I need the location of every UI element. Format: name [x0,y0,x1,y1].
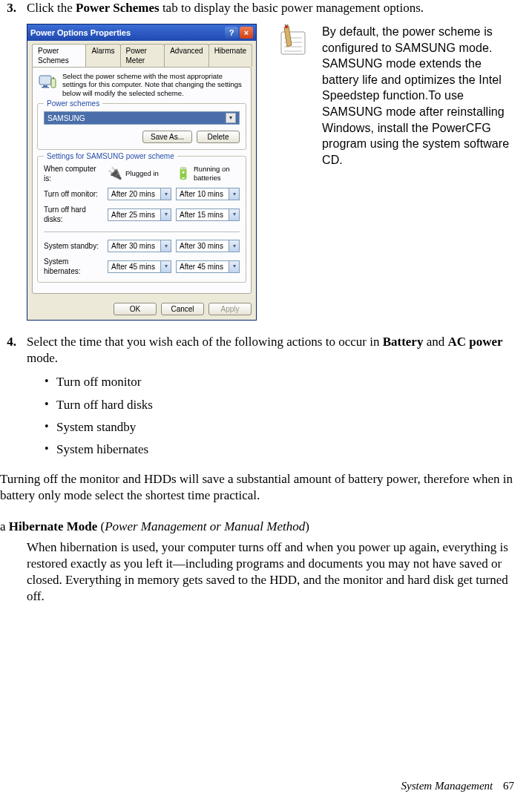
tab-name-bold: Power Schemes [76,1,160,15]
hibernate-plugged-select[interactable]: After 45 mins▾ [108,260,171,273]
apply-button[interactable]: Apply [208,303,252,315]
text: Select the time that you wish each of th… [27,335,383,349]
value: After 15 mins [180,210,223,220]
chevron-down-icon: ▾ [229,209,239,220]
svg-rect-4 [53,77,54,79]
step-number: 4. [0,334,16,350]
help-button[interactable]: ? [225,27,238,39]
when-label: When computer is: [44,164,103,183]
value: After 10 mins [180,189,223,199]
action-bullets: Turn off monitor Turn off hard disks Sys… [40,374,514,457]
close-button[interactable]: × [240,27,253,39]
standby-plugged-select[interactable]: After 30 mins▾ [108,240,171,252]
battery-icon: 🔋 [176,166,191,182]
divider [44,231,240,232]
scheme-select[interactable]: SAMSUNG ▾ [44,111,240,125]
settings-group: Settings for SAMSUNG power scheme When c… [37,156,246,283]
tab-strip: Power Schemes Alarms Power Meter Advance… [27,41,256,67]
tab-power-meter[interactable]: Power Meter [120,44,165,67]
note-text: By default, the power scheme is configur… [322,24,514,168]
chevron-down-icon: ▾ [229,240,239,252]
settings-grid: When computer is: 🔌 Plugged in 🔋 Running… [44,164,240,276]
value: After 20 mins [111,189,155,199]
label: Plugged in [125,169,159,178]
text: Click the [27,1,76,15]
bold: Hibernate Mode [9,519,101,533]
row-label: System hibernates: [44,257,103,276]
step-text: Click the Power Schemes tab to display t… [27,0,514,16]
monitor-battery-select[interactable]: After 10 mins▾ [176,188,240,200]
scheme-value: SAMSUNG [47,114,85,123]
tab-power-schemes[interactable]: Power Schemes [32,44,86,67]
chevron-down-icon: ▾ [160,261,171,272]
save-as-button[interactable]: Save As... [142,131,192,143]
chevron-down-icon: ▾ [229,188,239,200]
value: After 30 mins [180,241,223,251]
ok-button[interactable]: OK [114,303,157,315]
hibernate-battery-select[interactable]: After 45 mins▾ [176,260,240,273]
row-label: System standby: [44,241,103,251]
monitor-plugged-select[interactable]: After 20 mins▾ [108,188,171,200]
list-item: Turn off monitor [40,374,514,390]
power-options-dialog: Power Options Properties ? × Power Schem… [27,24,257,321]
text: tab to display the basic power managemen… [160,1,424,15]
hibernate-body: When hibernation is used, your computer … [27,539,514,605]
groupbox-title: Settings for SAMSUNG power scheme [44,151,177,161]
plug-icon: 🔌 [108,166,122,182]
standby-battery-select[interactable]: After 30 mins▾ [176,240,240,252]
row-label: Turn off monitor: [44,189,103,199]
list-item: System hibernates [40,441,514,458]
page-footer: System Management 67 [401,779,514,794]
step-4: 4. Select the time that you wish each of… [0,334,514,367]
titlebar: Power Options Properties ? × [27,24,256,41]
description-text: Select the power scheme with the most ap… [62,72,246,97]
value: After 45 mins [111,262,155,272]
tab-hibernate[interactable]: Hibernate [208,44,252,67]
list-item: System standby [40,419,514,436]
value: After 25 mins [111,210,155,220]
tab-body: Select the power scheme with the most ap… [32,67,252,294]
note: By default, the power scheme is configur… [276,24,514,168]
svg-rect-2 [42,87,49,88]
list-item: Turn off hard disks [40,397,514,413]
hibernate-heading: a Hibernate Mode (Power Management or Ma… [0,519,514,535]
battery-monitor-icon [37,72,58,93]
text: and [423,335,447,349]
figure-row: Power Options Properties ? × Power Schem… [27,24,514,321]
disks-plugged-select[interactable]: After 25 mins▾ [108,208,171,221]
power-schemes-group: Power schemes SAMSUNG ▾ Save As... Delet… [37,103,246,150]
chevron-down-icon: ▾ [229,261,239,272]
tab-advanced[interactable]: Advanced [164,44,208,67]
cancel-button[interactable]: Cancel [161,303,204,315]
col-plugged: 🔌 Plugged in [108,166,171,182]
col-battery: 🔋 Running on batteries [176,165,240,183]
delete-button[interactable]: Delete [197,131,240,143]
chevron-down-icon: ▾ [160,209,171,220]
svg-rect-1 [43,85,47,87]
svg-rect-3 [51,79,56,88]
paragraph: Turning off the monitor and HDDs will sa… [0,471,514,504]
chevron-down-icon: ▾ [160,188,171,200]
label: Running on batteries [194,165,240,183]
page-number: 67 [503,780,514,792]
dialog-footer: OK Cancel Apply [27,298,256,320]
section-name: System Management [401,780,493,792]
window-title: Power Options Properties [30,27,131,38]
value: After 30 mins [111,241,155,251]
step-number: 3. [0,0,16,16]
step-3: 3. Click the Power Schemes tab to displa… [0,0,514,16]
chevron-down-icon: ▾ [160,240,171,252]
row-label: Turn off hard disks: [44,205,103,224]
subtitle-italic: Power Management or Manual Method [105,519,305,533]
svg-rect-0 [39,76,51,85]
svg-point-11 [285,25,288,28]
value: After 45 mins [180,262,223,272]
text: ) [305,519,309,533]
tab-alarms[interactable]: Alarms [85,44,120,67]
bold: Battery [383,335,424,349]
chevron-down-icon: ▾ [226,113,236,123]
notepad-icon [276,24,312,59]
step-text: Select the time that you wish each of th… [27,334,514,367]
disks-battery-select[interactable]: After 15 mins▾ [176,208,240,221]
groupbox-title: Power schemes [44,99,102,108]
